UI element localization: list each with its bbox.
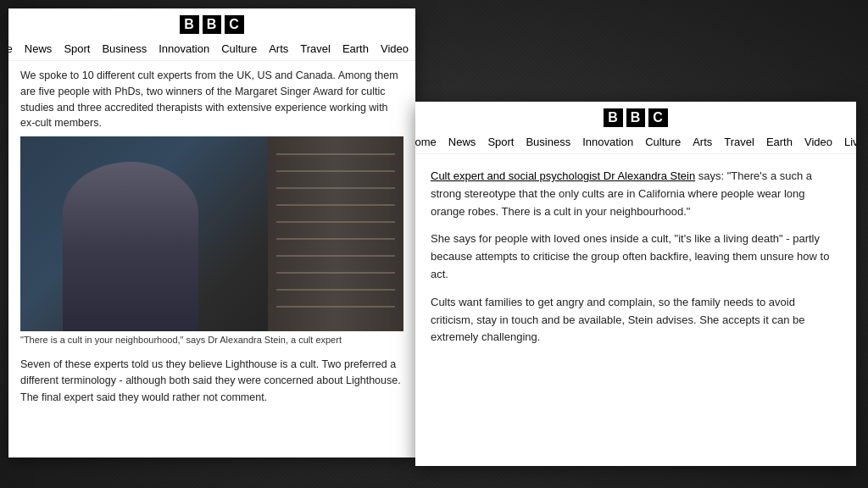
nav-home-right[interactable]: Home (415, 136, 437, 148)
nav-business-left[interactable]: Business (102, 42, 147, 55)
article-image (20, 136, 403, 331)
bbc-letter-b2: B (203, 15, 222, 34)
nav-earth-right[interactable]: Earth (766, 136, 793, 148)
article-card-right: B B C Home News Sport Business Innovatio… (415, 102, 856, 466)
right-paragraph-2: She says for people with loved ones insi… (431, 230, 841, 283)
bbc-letter-b1: B (180, 15, 199, 34)
right-paragraph-3: Cults want families to get angry and com… (431, 294, 841, 347)
nav-bar-left: Home News Sport Business Innovation Cult… (8, 39, 415, 61)
article-card-left: B B C Home News Sport Business Innovatio… (8, 8, 415, 458)
nav-innovation-right[interactable]: Innovation (582, 136, 633, 148)
article-body-right: Cult expert and social psychologist Dr A… (415, 159, 856, 365)
bbc-logo-left: B B C (8, 8, 415, 39)
nav-arts-right[interactable]: Arts (693, 136, 712, 148)
intro-paragraph: We spoke to 10 different cult experts fr… (8, 61, 415, 136)
nav-live-right[interactable]: Live (844, 136, 856, 148)
bbc-right-b2: B (626, 108, 646, 127)
nav-culture-right[interactable]: Culture (645, 136, 681, 148)
nav-innovation-left[interactable]: Innovation (159, 42, 209, 55)
nav-business-right[interactable]: Business (526, 136, 570, 148)
dr-stein-link[interactable]: Cult expert and social psychologist Dr A… (431, 169, 695, 182)
image-caption: "There is a cult in your neighbourhood,"… (8, 331, 415, 350)
nav-bar-right: Home News Sport Business Innovation Cult… (415, 132, 856, 154)
nav-sport-right[interactable]: Sport (487, 136, 514, 148)
nav-arts-left[interactable]: Arts (269, 42, 288, 55)
bbc-right-c: C (648, 108, 668, 127)
nav-video-left[interactable]: Video (381, 42, 409, 55)
nav-video-right[interactable]: Video (804, 136, 832, 148)
bbc-logo-right: B B C (415, 102, 856, 132)
nav-sport-left[interactable]: Sport (64, 42, 90, 55)
nav-news-left[interactable]: News (25, 42, 53, 55)
nav-news-right[interactable]: News (448, 136, 476, 148)
nav-culture-left[interactable]: Culture (221, 42, 257, 55)
bottom-paragraph: Seven of these experts told us they beli… (8, 350, 415, 413)
nav-travel-left[interactable]: Travel (300, 42, 331, 55)
bbc-letter-c: C (225, 15, 244, 34)
bookshelf-decoration (268, 136, 403, 331)
right-paragraph-1: Cult expert and social psychologist Dr A… (431, 168, 841, 220)
bbc-right-b1: B (604, 108, 623, 127)
nav-travel-right[interactable]: Travel (724, 136, 754, 148)
nav-home-left[interactable]: Home (8, 42, 13, 55)
nav-earth-left[interactable]: Earth (342, 42, 369, 55)
